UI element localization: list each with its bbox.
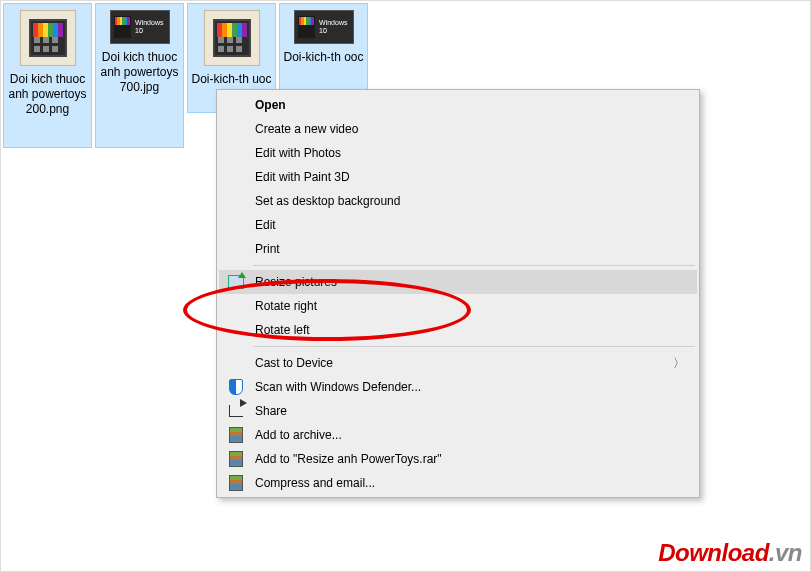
menu-label: Cast to Device bbox=[255, 356, 333, 370]
file-item[interactable]: Doi kich thuoc anh powertoys 200.png bbox=[3, 3, 92, 148]
menu-scan-defender[interactable]: Scan with Windows Defender... bbox=[219, 375, 697, 399]
menu-cast-to-device[interactable]: Cast to Device〉 bbox=[219, 351, 697, 375]
archive-icon bbox=[227, 426, 245, 444]
resize-icon bbox=[227, 273, 245, 291]
file-thumbnail bbox=[204, 10, 260, 66]
thumb-badge: Windows 10 bbox=[319, 19, 349, 35]
thumb-badge: Windows 10 bbox=[135, 19, 165, 35]
menu-label: Resize pictures bbox=[255, 275, 337, 289]
menu-add-to-archive[interactable]: Add to archive... bbox=[219, 423, 697, 447]
file-thumbnail bbox=[20, 10, 76, 66]
menu-label: Add to "Resize anh PowerToys.rar" bbox=[255, 452, 442, 466]
menu-label: Add to archive... bbox=[255, 428, 342, 442]
file-name-label: Doi kich thuoc anh powertoys 200.png bbox=[4, 72, 91, 117]
menu-label: Print bbox=[255, 242, 280, 256]
file-item[interactable]: Windows 10 Doi kich thuoc anh powertoys … bbox=[95, 3, 184, 148]
menu-open[interactable]: Open bbox=[219, 93, 697, 117]
menu-separator bbox=[253, 265, 695, 266]
menu-edit-paint3d[interactable]: Edit with Paint 3D bbox=[219, 165, 697, 189]
file-thumbnail: Windows 10 bbox=[110, 10, 170, 44]
menu-label: Set as desktop background bbox=[255, 194, 400, 208]
menu-label: Open bbox=[255, 98, 286, 112]
menu-share[interactable]: Share bbox=[219, 399, 697, 423]
menu-label: Share bbox=[255, 404, 287, 418]
menu-label: Rotate left bbox=[255, 323, 310, 337]
file-name-label: Doi kich thuoc anh powertoys 700.jpg bbox=[96, 50, 183, 95]
shield-icon bbox=[227, 378, 245, 396]
menu-rotate-left[interactable]: Rotate left bbox=[219, 318, 697, 342]
menu-print[interactable]: Print bbox=[219, 237, 697, 261]
chevron-right-icon: 〉 bbox=[673, 355, 685, 372]
menu-create-video[interactable]: Create a new video bbox=[219, 117, 697, 141]
file-thumbnail: Windows 10 bbox=[294, 10, 354, 44]
share-icon bbox=[227, 402, 245, 420]
menu-label: Rotate right bbox=[255, 299, 317, 313]
menu-label: Edit bbox=[255, 218, 276, 232]
menu-label: Edit with Photos bbox=[255, 146, 341, 160]
menu-compress-and-email[interactable]: Compress and email... bbox=[219, 471, 697, 495]
watermark-suffix: .vn bbox=[769, 539, 802, 566]
menu-label: Scan with Windows Defender... bbox=[255, 380, 421, 394]
menu-set-background[interactable]: Set as desktop background bbox=[219, 189, 697, 213]
archive-icon bbox=[227, 474, 245, 492]
archive-icon bbox=[227, 450, 245, 468]
menu-edit[interactable]: Edit bbox=[219, 213, 697, 237]
menu-separator bbox=[253, 346, 695, 347]
menu-add-to-named-archive[interactable]: Add to "Resize anh PowerToys.rar" bbox=[219, 447, 697, 471]
menu-rotate-right[interactable]: Rotate right bbox=[219, 294, 697, 318]
menu-edit-photos[interactable]: Edit with Photos bbox=[219, 141, 697, 165]
menu-label: Create a new video bbox=[255, 122, 358, 136]
menu-resize-pictures[interactable]: Resize pictures bbox=[219, 270, 697, 294]
menu-label: Edit with Paint 3D bbox=[255, 170, 350, 184]
menu-label: Compress and email... bbox=[255, 476, 375, 490]
context-menu: Open Create a new video Edit with Photos… bbox=[216, 89, 700, 498]
watermark-text: Download bbox=[658, 539, 769, 566]
watermark: Download.vn bbox=[658, 539, 802, 567]
file-name-label: Doi-kich-th ooc bbox=[281, 50, 365, 65]
